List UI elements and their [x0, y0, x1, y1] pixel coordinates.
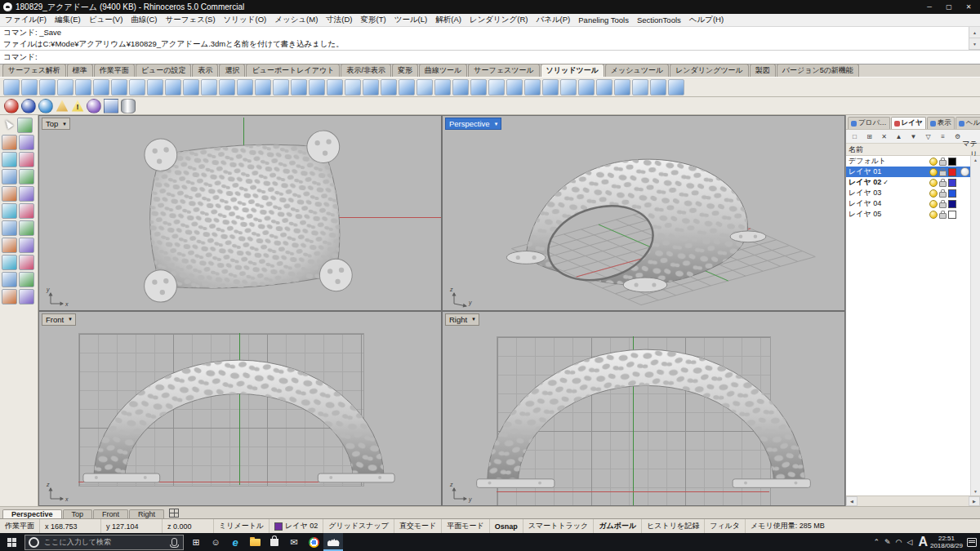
- scroll-up-icon[interactable]: ▲: [973, 156, 978, 164]
- solid-tool-icon[interactable]: [578, 79, 595, 96]
- menu-item[interactable]: Paneling Tools: [574, 16, 633, 24]
- toolbar-tab[interactable]: 選択: [219, 64, 245, 77]
- solid-tool-icon[interactable]: [542, 79, 559, 96]
- solid-tool-icon[interactable]: [596, 79, 612, 96]
- status-toggle-4[interactable]: スマートトラック: [523, 519, 594, 533]
- viewport-front-title[interactable]: Front ▾: [42, 313, 76, 326]
- menu-item[interactable]: 曲線(C): [127, 15, 161, 25]
- layer-lock-icon[interactable]: [939, 192, 947, 198]
- command-history[interactable]: コマンド: _Save ファイルはC:¥Mode¥アクアリウム¥180829_ア…: [0, 27, 980, 51]
- viewport-top-title[interactable]: Top ▾: [42, 118, 70, 130]
- solid-tool-icon[interactable]: [3, 79, 20, 96]
- store-app-button[interactable]: [265, 533, 284, 551]
- viewport-perspective-title[interactable]: Perspective ▾: [445, 118, 501, 130]
- menu-item[interactable]: 変形(T): [357, 15, 390, 25]
- viewport-tab-perspective[interactable]: Perspective: [2, 509, 62, 518]
- tool-cube-icon[interactable]: [104, 99, 118, 113]
- solid-tool-icon[interactable]: [381, 79, 397, 96]
- solid-tool-icon[interactable]: [129, 79, 145, 96]
- menu-item[interactable]: ファイル(F): [1, 15, 51, 25]
- close-button[interactable]: ✕: [959, 0, 978, 14]
- solid-tool-icon[interactable]: [452, 79, 469, 96]
- layer-material-cell[interactable]: [958, 167, 971, 176]
- select-cursor-icon[interactable]: [2, 118, 16, 131]
- toolbar-tab[interactable]: 表示/非表示: [341, 64, 391, 77]
- scroll-left-icon[interactable]: ◀: [846, 496, 858, 506]
- viewport-tab-right[interactable]: Right: [129, 509, 164, 518]
- layer-visibility-bulb-icon[interactable]: [929, 158, 938, 166]
- solid-tool-icon[interactable]: [524, 79, 541, 96]
- solid-tool-icon[interactable]: [39, 79, 56, 96]
- layer-tools-icon[interactable]: ≡: [937, 131, 949, 143]
- filter-icon[interactable]: ▽: [922, 131, 934, 143]
- side-tool-icon[interactable]: [2, 186, 17, 202]
- layer-visibility-bulb-icon[interactable]: [929, 200, 938, 208]
- status-toggle-6[interactable]: ヒストリを記録: [642, 519, 705, 533]
- solid-tool-icon[interactable]: [416, 79, 433, 96]
- viewport-perspective[interactable]: Perspective ▾ z y: [443, 116, 844, 310]
- layer-color-swatch[interactable]: [948, 189, 956, 198]
- task-view-button[interactable]: ⊞: [186, 533, 206, 551]
- toolbar-tab[interactable]: サーフェスツール: [468, 64, 539, 77]
- layer-row[interactable]: レイヤ 03: [846, 188, 971, 198]
- side-tool-icon[interactable]: [2, 169, 17, 184]
- toolbar-tab[interactable]: 表示: [192, 64, 218, 77]
- chrome-app-button[interactable]: [304, 533, 323, 551]
- toolbar-tab[interactable]: 変形: [392, 64, 418, 77]
- layer-visibility-bulb-icon[interactable]: [929, 189, 938, 198]
- toolbar-tab[interactable]: レンダリングツール: [670, 64, 749, 77]
- menu-item[interactable]: メッシュ(M): [270, 15, 322, 25]
- menu-item[interactable]: サーフェス(S): [162, 15, 220, 25]
- current-layer-selector[interactable]: レイヤ 02: [270, 519, 323, 533]
- menu-item[interactable]: ヘルプ(H): [685, 15, 728, 25]
- layer-lock-icon[interactable]: [939, 213, 947, 219]
- panel-tab-3[interactable]: ヘルプ: [956, 117, 980, 129]
- side-tool-icon[interactable]: [19, 238, 34, 253]
- volume-icon[interactable]: ◁: [906, 538, 912, 546]
- menu-item[interactable]: パネル(P): [532, 15, 574, 25]
- layer-color-swatch[interactable]: [948, 158, 956, 166]
- toolbar-tab[interactable]: 曲線ツール: [419, 64, 467, 77]
- scroll-track[interactable]: [858, 496, 969, 506]
- taskbar-search[interactable]: [24, 535, 184, 550]
- side-tool-icon[interactable]: [2, 220, 17, 236]
- tool-sphere-icon[interactable]: [21, 99, 36, 113]
- units-selector[interactable]: ミリメートル: [214, 519, 270, 533]
- solid-tool-icon[interactable]: [273, 79, 289, 96]
- command-input[interactable]: コマンド:: [0, 51, 980, 64]
- layer-row[interactable]: デフォルト: [846, 156, 971, 167]
- menu-item[interactable]: 編集(E): [51, 15, 85, 25]
- panel-horizontal-scrollbar[interactable]: ◀ ▶: [846, 495, 980, 506]
- layer-lock-icon[interactable]: [939, 202, 947, 208]
- status-toggle-7[interactable]: フィルタ: [705, 519, 746, 533]
- solid-tool-icon[interactable]: [75, 79, 91, 96]
- edge-app-button[interactable]: e: [225, 533, 245, 551]
- people-button[interactable]: ☺: [206, 533, 225, 551]
- toolbar-tab[interactable]: ビューポートレイアウト: [246, 64, 340, 77]
- tool-warning-icon[interactable]: !: [71, 100, 84, 113]
- taskbar-clock[interactable]: 22:51 2018/08/29: [930, 535, 963, 549]
- toolbar-tab[interactable]: 作業平面: [94, 64, 135, 77]
- cortana-icon[interactable]: [29, 537, 39, 548]
- toolbar-tab[interactable]: メッシュツール: [605, 64, 669, 77]
- mail-app-button[interactable]: ✉: [284, 533, 304, 551]
- solid-tool-icon[interactable]: [201, 79, 217, 96]
- tool-sphere-icon[interactable]: [38, 99, 53, 113]
- cplane-selector[interactable]: 作業平面: [0, 519, 40, 533]
- side-tool-icon[interactable]: [2, 238, 17, 253]
- rhino-app-button[interactable]: [323, 533, 343, 551]
- side-tool-icon[interactable]: [19, 135, 34, 150]
- solid-tool-icon[interactable]: [668, 79, 684, 96]
- side-tool-icon[interactable]: [2, 272, 17, 287]
- side-tool-icon[interactable]: [19, 203, 34, 219]
- move-up-icon[interactable]: ▲: [893, 131, 905, 143]
- status-toggle-5[interactable]: ガムボール: [594, 519, 642, 533]
- new-layer-icon[interactable]: □: [849, 131, 861, 143]
- new-sublayer-icon[interactable]: ⊞: [863, 131, 875, 143]
- side-tool-icon[interactable]: [19, 220, 34, 236]
- menu-item[interactable]: SectionTools: [633, 16, 685, 24]
- layer-color-swatch[interactable]: [948, 200, 956, 208]
- layer-lock-icon[interactable]: [939, 160, 947, 166]
- menu-item[interactable]: 寸法(D): [322, 15, 356, 25]
- menu-item[interactable]: レンダリング(R): [466, 15, 532, 25]
